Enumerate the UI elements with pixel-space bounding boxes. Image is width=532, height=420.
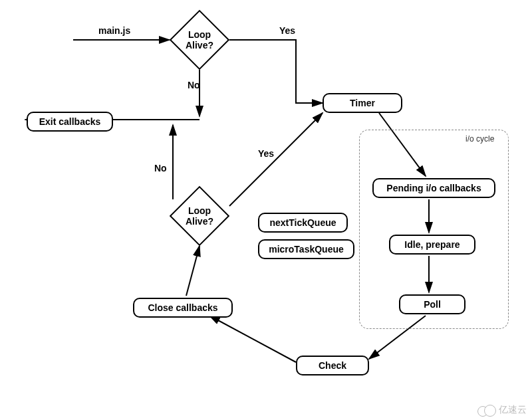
branch-yes-bottom: Yes — [258, 148, 274, 159]
watermark-text: 亿速云 — [499, 404, 527, 416]
node-timer: Timer — [323, 93, 402, 113]
node-idle-prepare: Idle, prepare — [389, 235, 475, 255]
node-poll: Poll — [399, 294, 466, 314]
watermark: 亿速云 — [477, 404, 527, 416]
svg-line-9 — [229, 113, 323, 206]
branch-no-bottom: No — [154, 163, 167, 173]
decision-loop-alive-top: Loop Alive? — [170, 10, 229, 70]
node-micro-task-queue: microTaskQueue — [258, 239, 354, 259]
node-exit-callbacks: Exit callbacks — [27, 112, 113, 132]
entry-label: main.js — [98, 25, 130, 36]
branch-no-top: No — [188, 80, 200, 90]
group-io-cycle-label: i/o cycle — [466, 134, 494, 144]
node-close-callbacks: Close callbacks — [133, 298, 233, 318]
decision-top-label: Loop Alive? — [170, 10, 229, 70]
node-check: Check — [296, 356, 369, 375]
svg-line-8 — [186, 246, 200, 296]
decision-bottom-label: Loop Alive? — [170, 186, 229, 246]
node-next-tick-queue: nextTickQueue — [258, 213, 348, 233]
decision-loop-alive-bottom: Loop Alive? — [170, 186, 229, 246]
branch-yes-top: Yes — [279, 25, 295, 36]
svg-line-7 — [209, 316, 296, 362]
cloud-icon — [477, 404, 496, 416]
node-pending-io-callbacks: Pending i/o callbacks — [372, 178, 495, 198]
